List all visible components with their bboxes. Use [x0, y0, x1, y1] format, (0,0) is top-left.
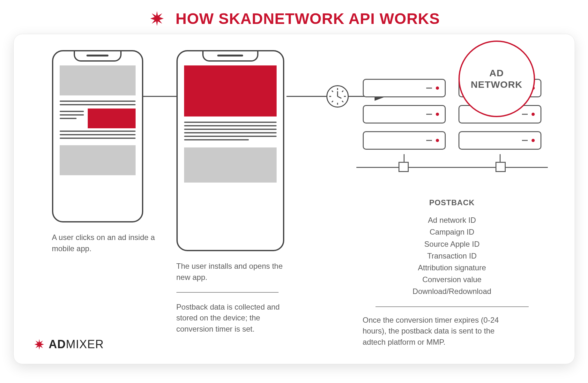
svg-line-6 [342, 91, 343, 92]
divider [376, 306, 529, 307]
diagram-title: HOW SKADNETWORK API WORKS [175, 10, 440, 27]
svg-line-1 [338, 96, 341, 98]
ad-network-label: AD NETWORK [458, 41, 535, 117]
postback-item: Conversion value [363, 274, 541, 285]
postback-item: Campaign ID [363, 226, 541, 238]
stage1-caption: A user clicks on an ad inside a mobile a… [52, 232, 167, 254]
postback-item: Download/Redownload [363, 285, 541, 297]
card: A user clicks on an ad inside a mobile a… [13, 34, 575, 364]
postback-item: Ad network ID [363, 214, 541, 226]
svg-line-9 [332, 91, 333, 92]
server-icon [363, 105, 446, 124]
logo-text: ADMIXER [49, 338, 104, 351]
server-icon [458, 131, 541, 150]
admixer-logo: ADMIXER [33, 338, 104, 351]
divider [176, 292, 279, 293]
asterisk-icon [148, 10, 166, 27]
phone-installed-app [176, 50, 284, 251]
app-hero-icon [184, 65, 277, 116]
title-row: HOW SKADNETWORK API WORKS [13, 10, 575, 27]
phone-ad-click [52, 50, 143, 222]
postback-item: Attribution signature [363, 262, 541, 274]
stage2-caption1: The user installs and opens the new app. [176, 261, 291, 283]
stage2-caption2: Postback data is collected and stored on… [176, 302, 291, 335]
stage-3: AD NETWORK POSTBACK [330, 50, 555, 348]
clock-icon [326, 85, 349, 108]
postback-block: POSTBACK Ad network ID Campaign ID Sourc… [363, 198, 541, 348]
stage-1: A user clicks on an ad inside a mobile a… [33, 50, 170, 348]
stages-row: A user clicks on an ad inside a mobile a… [33, 50, 555, 348]
postback-title: POSTBACK [363, 198, 541, 207]
ad-network-servers: AD NETWORK [363, 50, 541, 192]
svg-line-7 [342, 101, 343, 102]
postback-item: Transaction ID [363, 250, 541, 262]
ad-banner-icon [88, 109, 136, 128]
postback-item: Source Apple ID [363, 238, 541, 250]
server-icon [363, 131, 446, 150]
postback-caption: Once the conversion timer expires (0-24 … [363, 315, 516, 348]
diagram-canvas: HOW SKADNETWORK API WORKS [0, 0, 588, 383]
server-icon [363, 79, 446, 97]
stage-2: The user installs and opens the new app.… [170, 50, 330, 348]
svg-line-8 [332, 101, 333, 102]
asterisk-icon [33, 338, 46, 351]
